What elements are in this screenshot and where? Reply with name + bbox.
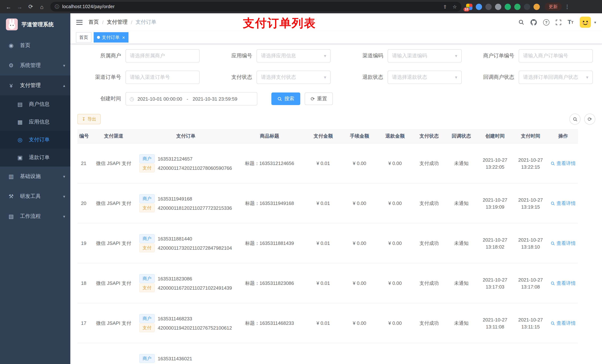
submenu-pay: ▤商户信息▦应用信息◎支付订单▣退款订单 [0, 95, 70, 166]
pay-date: 2021-10-27 [515, 156, 547, 163]
view-detail-link[interactable]: 查看详情 [550, 240, 576, 247]
cell-no: 19 [77, 223, 90, 263]
cell-create-time [477, 343, 513, 364]
export-button[interactable]: ↧ 导出 [77, 114, 101, 124]
pay-tag: 支付 [139, 203, 155, 212]
sidebar-item-infra[interactable]: ▥基础设施▾ [0, 166, 70, 187]
view-detail-link[interactable]: 查看详情 [550, 280, 576, 287]
column-header-refund: 退款金额 [377, 129, 413, 143]
blue-drop-extension-icon[interactable] [476, 3, 482, 10]
github-icon[interactable] [531, 19, 537, 25]
table-row: 18微信 JSAPI 支付商户1635311823086支付4200001167… [77, 263, 578, 303]
tab-label: 支付订单 [102, 34, 119, 41]
breadcrumb-item[interactable]: 支付管理 [107, 19, 128, 26]
date-start-value: 2021-10-01 00:00:00 [137, 96, 182, 102]
breadcrumb-item[interactable]: 首页 [88, 19, 99, 26]
sidebar-item-merchant-info[interactable]: ▤商户信息 [0, 95, 70, 113]
view-detail-link[interactable]: 查看详情 [550, 200, 576, 207]
sidebar-item-dev-tools[interactable]: ⚒研发工具▾ [0, 187, 70, 207]
toggle-search-button[interactable] [570, 114, 580, 125]
filter-select[interactable]: 请选择应用信息▾ [257, 49, 331, 62]
view-detail-link[interactable]: 查看详情 [550, 160, 576, 167]
browser-back-icon[interactable]: ← [4, 2, 13, 11]
search-button[interactable]: 搜索 [271, 93, 300, 105]
create-time: 13:18:02 [479, 243, 511, 250]
cell-amount: ¥ 0.01 [305, 183, 342, 223]
bank-card-icon: ▤ [16, 101, 24, 108]
filter-select[interactable]: 请选择订单回调商户状态▾ [519, 71, 593, 84]
cell-action: 查看详情 [548, 223, 578, 263]
filter-label: 支付状态 [208, 74, 257, 81]
sidebar-item-label: 首页 [20, 42, 65, 49]
filter-input[interactable]: 请选择所属商户 [126, 49, 200, 62]
wechat-extension-icon[interactable] [514, 3, 521, 10]
share-icon[interactable]: ⇧ [443, 4, 447, 10]
dark-extension-icon[interactable] [485, 3, 492, 10]
tab-close-icon[interactable]: × [122, 35, 125, 40]
search-icon[interactable] [518, 19, 524, 25]
hamburger-icon[interactable] [76, 20, 83, 25]
cell-refund: ¥ 0.00 [377, 303, 413, 343]
browser-home-icon[interactable]: ⌂ [37, 2, 47, 11]
filter-input[interactable]: 请输入渠道订单号 [126, 71, 200, 84]
font-size-icon[interactable]: TT [568, 19, 573, 26]
user-dropdown-caret-icon[interactable]: ▾ [594, 20, 596, 24]
sidebar-item-pay[interactable]: ¥支付管理▴ [0, 75, 70, 95]
refresh-table-button[interactable]: ⟳ [584, 114, 595, 125]
placeholder-text: 请选择所属商户 [130, 52, 195, 59]
sidebar-item-home[interactable]: ◉首页 [0, 35, 70, 55]
view-detail-label: 查看详情 [557, 200, 576, 207]
filter-input[interactable]: 请输入商户订单编号 [519, 49, 593, 62]
gear-icon: ⚙ [7, 62, 15, 69]
sidebar-item-system[interactable]: ⚙系统管理▾ [0, 55, 70, 75]
tab-pay-order[interactable]: 支付订单× [94, 32, 128, 42]
breadcrumb-separator: / [102, 20, 104, 25]
date-range-input[interactable]: ◷ 2021-10-01 00:00:00 - 2021-10-31 23:59… [126, 92, 257, 105]
browser-menu-icon[interactable]: ⋮ [565, 4, 570, 10]
chevron-down-icon: ▾ [63, 63, 65, 68]
filter-select[interactable]: 请选择退款状态▾ [388, 71, 462, 84]
filter-row-1: 所属商户请选择所属商户应用编号请选择应用信息▾渠道编码请输入渠道编码▾商户订单编… [77, 49, 595, 62]
sidebar-item-pay-order[interactable]: ◎支付订单 [0, 131, 70, 149]
help-icon[interactable]: ? [543, 19, 549, 25]
monkey-extension-icon[interactable] [534, 3, 540, 10]
fullscreen-icon[interactable] [556, 20, 561, 25]
create-date: 2021-10-27 [479, 196, 511, 203]
tab-home[interactable]: 首页 [76, 32, 91, 42]
sidebar-item-label: 工作流程 [20, 213, 63, 220]
address-bar[interactable]: ⓘ localhost:1024/pay/order ⇧ ☆ [50, 2, 461, 11]
gray-extension-icon[interactable] [495, 3, 501, 10]
view-detail-link[interactable]: 查看详情 [550, 320, 576, 326]
yen-icon: ¥ [7, 82, 15, 89]
filter-select[interactable]: 请选择支付状态▾ [257, 71, 331, 84]
chevron-down-icon: ▾ [63, 194, 65, 199]
cell-pay-time: 2021-10-2713:19:15 [513, 183, 548, 223]
pin-extension-icon[interactable] [524, 3, 530, 10]
sidebar-item-refund-order[interactable]: ▣退款订单 [0, 149, 70, 166]
extensions-grid-icon[interactable]: 10 [466, 3, 473, 10]
sidebar-item-workflow[interactable]: ▧工作流程▾ [0, 207, 70, 226]
sidebar-item-app-info[interactable]: ▦应用信息 [0, 113, 70, 131]
browser-reload-icon[interactable]: ⟳ [26, 2, 35, 11]
cell-pay-time: 2021-10-2713:17:08 [513, 263, 548, 303]
bookmark-star-icon[interactable]: ☆ [453, 4, 457, 10]
green-check-extension-icon[interactable] [505, 3, 511, 10]
chevron-up-icon: ▴ [63, 83, 65, 88]
avatar[interactable] [580, 17, 591, 28]
page-content: 所属商户请选择所属商户应用编号请选择应用信息▾渠道编码请输入渠道编码▾商户订单编… [70, 44, 602, 364]
magnifier-icon [550, 241, 555, 245]
breadcrumb-item[interactable]: 支付订单 [136, 19, 156, 26]
reset-button[interactable]: ⟳ 重置 [305, 93, 333, 105]
browser-update-button[interactable]: 更新 [545, 3, 562, 11]
pay-date: 2021-10-27 [515, 316, 547, 323]
placeholder-text: 请选择订单回调商户状态 [523, 74, 585, 81]
pay-tag: 支付 [139, 243, 155, 252]
browser-forward-icon[interactable]: → [15, 2, 24, 11]
filter-label: 商户订单编号 [471, 52, 519, 59]
site-info-icon[interactable]: ⓘ [55, 3, 59, 10]
filter-select[interactable]: 请输入渠道编码▾ [388, 49, 462, 62]
placeholder-text: 请选择支付状态 [261, 74, 322, 81]
filter-label: 退款状态 [340, 74, 388, 81]
cell-notify-status: 未通知 [445, 143, 477, 183]
sidebar-item-label: 基础设施 [20, 173, 63, 180]
